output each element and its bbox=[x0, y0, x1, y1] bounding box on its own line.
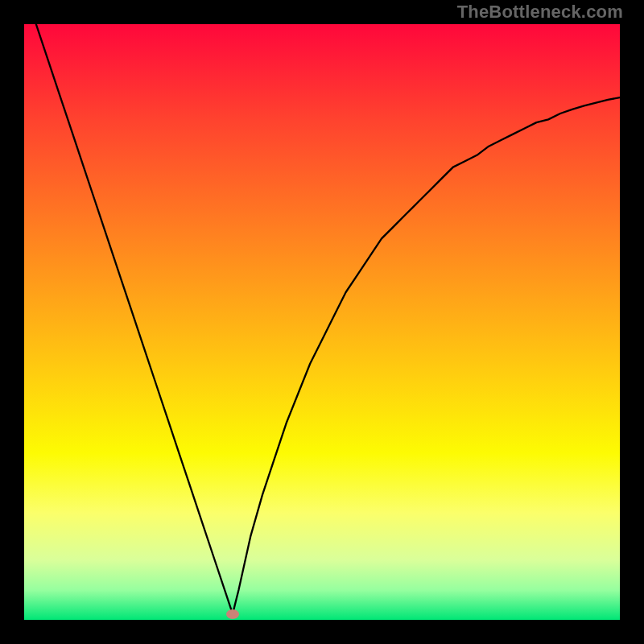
plot-background bbox=[24, 24, 620, 620]
optimal-point-marker bbox=[226, 609, 239, 619]
svg-rect-0 bbox=[24, 24, 620, 620]
chart-frame bbox=[24, 24, 620, 620]
watermark-text: TheBottleneck.com bbox=[457, 2, 623, 23]
